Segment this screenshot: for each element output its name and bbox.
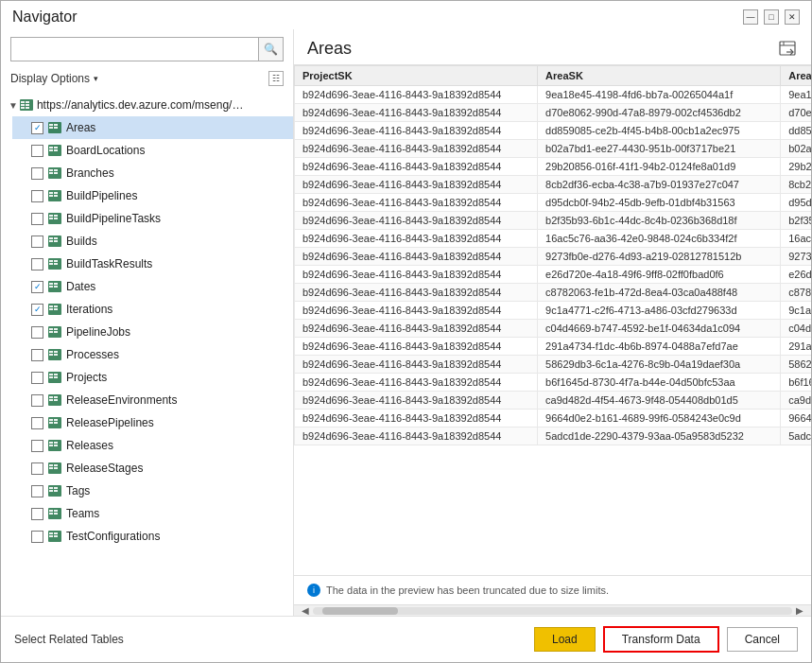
cell-3-2: b02a7bd	[781, 140, 811, 158]
checkbox-iterations[interactable]	[31, 304, 43, 316]
checkbox-releasepipelines[interactable]	[31, 417, 43, 429]
svg-rect-93	[49, 510, 53, 512]
search-input[interactable]	[10, 37, 259, 61]
horizontal-scrollbar[interactable]: ◀ ▶	[294, 604, 811, 616]
svg-rect-9	[49, 127, 53, 129]
tree-item-builds[interactable]: Builds	[12, 230, 293, 253]
table-row: b924d696-3eae-4116-8443-9a18392d8544b6f1…	[295, 374, 812, 392]
svg-rect-31	[54, 218, 58, 219]
checkbox-releaseenvironments[interactable]	[31, 394, 43, 407]
cell-10-1: e26d720e-4a18-49f6-9ff8-02ff0fbad0f6	[538, 266, 781, 284]
checkbox-dates[interactable]	[31, 281, 43, 293]
table-icon-dates	[47, 280, 62, 293]
checkbox-teams[interactable]	[31, 508, 43, 520]
tree-item-boardlocations[interactable]: BoardLocations	[12, 139, 293, 162]
svg-rect-61	[54, 354, 58, 356]
cell-9-0: b924d696-3eae-4116-8443-9a18392d8544	[295, 248, 538, 266]
load-button[interactable]: Load	[534, 627, 596, 652]
svg-rect-60	[54, 351, 58, 353]
tree-item-buildpipelinetasks[interactable]: BuildPipelineTasks	[12, 207, 293, 230]
tree-container[interactable]: ▼ https://analytics.dev.azure.com/mseng/…	[1, 92, 293, 616]
tree-item-buildtaskresults[interactable]: BuildTaskResults	[12, 253, 293, 275]
table-row: b924d696-3eae-4116-8443-9a18392d854416ac…	[295, 230, 812, 248]
cell-15-0: b924d696-3eae-4116-8443-9a18392d8544	[295, 356, 538, 374]
tree-item-tags[interactable]: Tags	[12, 480, 293, 502]
dialog-title: Navigator	[12, 9, 77, 26]
display-options-bar: Display Options ▾ ☷	[1, 69, 293, 92]
maximize-button[interactable]: □	[764, 9, 779, 25]
checkbox-buildpipelinetasks[interactable]	[31, 213, 43, 225]
checkbox-boardlocations[interactable]	[31, 145, 43, 157]
svg-rect-98	[49, 532, 53, 534]
table-icon-tags	[47, 484, 62, 497]
display-options-button[interactable]: Display Options ▾	[10, 72, 98, 85]
cancel-button[interactable]: Cancel	[727, 627, 798, 652]
table-row: b924d696-3eae-4116-8443-9a18392d854429b2…	[295, 158, 812, 176]
checkbox-releasestages[interactable]	[31, 462, 43, 475]
tree-item-branches[interactable]: Branches	[12, 162, 293, 184]
tree-item-teams[interactable]: Teams	[12, 502, 293, 525]
tree-item-projects[interactable]: Projects	[12, 366, 293, 389]
cell-8-1: 16ac5c76-aa36-42e0-9848-024c6b334f2f	[538, 230, 781, 248]
svg-rect-14	[49, 149, 53, 151]
svg-rect-19	[49, 172, 53, 174]
scroll-thumb[interactable]	[322, 607, 398, 615]
item-label-iterations: Iterations	[66, 303, 112, 316]
table-row: b924d696-3eae-4116-8443-9a18392d8544291a…	[295, 338, 812, 356]
scroll-track[interactable]	[313, 607, 792, 615]
right-panel: Areas ProjectSKAreaSKAreaId	[294, 29, 811, 616]
tree-root-node[interactable]: ▼ https://analytics.dev.azure.com/mseng/…	[1, 94, 293, 116]
svg-rect-21	[54, 172, 58, 174]
transform-data-button[interactable]: Transform Data	[603, 626, 719, 653]
search-bar: 🔍	[1, 29, 293, 69]
checkbox-branches[interactable]	[31, 167, 43, 180]
checkbox-buildtaskresults[interactable]	[31, 258, 43, 270]
svg-rect-54	[49, 331, 53, 333]
tree-item-releaseenvironments[interactable]: ReleaseEnvironments	[12, 389, 293, 411]
scroll-right-arrow[interactable]: ▶	[792, 605, 807, 616]
table-row: b924d696-3eae-4116-8443-9a18392d85449664…	[295, 410, 812, 427]
checkbox-tags[interactable]	[31, 485, 43, 497]
table-icon-buildpipelinetasks	[47, 212, 62, 225]
tree-item-areas[interactable]: Areas	[12, 116, 293, 139]
tree-item-buildpipelines[interactable]: BuildPipelines	[12, 184, 293, 207]
checkbox-builds[interactable]	[31, 236, 43, 248]
checkbox-testconfigurations[interactable]	[31, 531, 43, 543]
svg-rect-68	[49, 396, 53, 398]
cell-16-1: b6f1645d-8730-4f7a-b44e-04d50bfc53aa	[538, 374, 781, 392]
cell-1-1: d70e8062-990d-47a8-8979-002cf4536db2	[538, 104, 781, 122]
svg-rect-83	[49, 464, 53, 466]
tree-item-testconfigurations[interactable]: TestConfigurations	[12, 525, 293, 548]
minimize-button[interactable]: —	[743, 9, 758, 25]
checkbox-projects[interactable]	[31, 372, 43, 384]
svg-rect-10	[54, 124, 58, 126]
svg-rect-8	[49, 124, 53, 126]
checkbox-buildpipelines[interactable]	[31, 190, 43, 202]
tree-item-releases[interactable]: Releases	[12, 434, 293, 457]
tree-item-releasepipelines[interactable]: ReleasePipelines	[12, 411, 293, 434]
tree-item-dates[interactable]: Dates	[12, 275, 293, 298]
tree-item-releasestages[interactable]: ReleaseStages	[12, 457, 293, 480]
checkbox-areas[interactable]	[31, 122, 43, 134]
checkbox-releases[interactable]	[31, 440, 43, 452]
right-panel-icon[interactable]	[779, 41, 798, 58]
close-button[interactable]: ✕	[785, 9, 800, 25]
svg-rect-15	[54, 147, 58, 148]
tree-item-processes[interactable]: Processes	[12, 343, 293, 366]
cell-3-1: b02a7bd1-ee27-4430-951b-00f3717be21	[538, 140, 781, 158]
svg-rect-41	[54, 263, 58, 265]
scroll-left-arrow[interactable]: ◀	[298, 605, 313, 616]
checkbox-processes[interactable]	[31, 349, 43, 361]
tree-item-pipelinejobs[interactable]: PipelineJobs	[12, 321, 293, 343]
data-table-wrapper[interactable]: ProjectSKAreaSKAreaId b924d696-3eae-4116…	[294, 64, 811, 575]
select-related-button[interactable]: Select Related Tables	[14, 633, 124, 646]
checkbox-pipelinejobs[interactable]	[31, 326, 43, 339]
item-label-releasestages: ReleaseStages	[66, 462, 143, 475]
item-label-pipelinejobs: PipelineJobs	[66, 325, 130, 339]
tree-item-iterations[interactable]: Iterations	[12, 298, 293, 321]
item-label-tags: Tags	[66, 484, 90, 497]
page-icon[interactable]: ☷	[268, 71, 284, 86]
cell-5-2: 8cb2df36	[781, 176, 811, 194]
search-button[interactable]: 🔍	[259, 37, 284, 61]
table-row: b924d696-3eae-4116-8443-9a18392d85445862…	[295, 356, 812, 374]
